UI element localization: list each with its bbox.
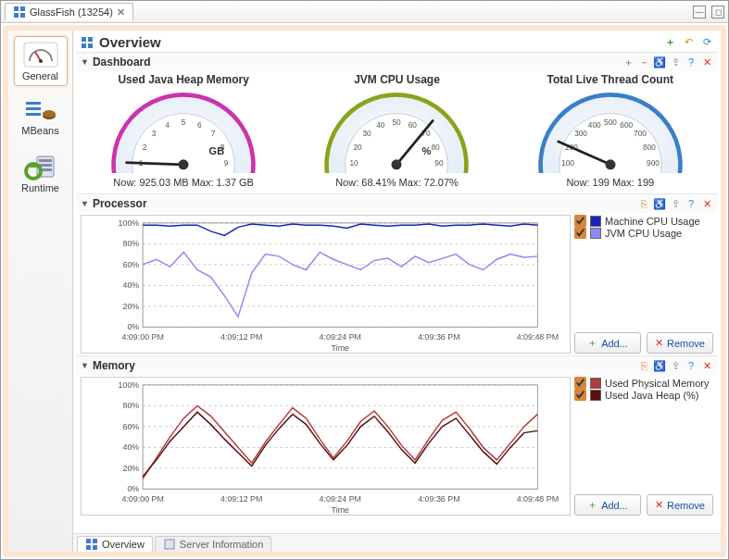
svg-text:0%: 0%	[127, 322, 139, 331]
svg-line-33	[126, 163, 184, 165]
remove-button[interactable]: ✕Remove	[647, 494, 713, 516]
tab-overview[interactable]: Overview	[77, 536, 153, 552]
close-icon[interactable]: ✕	[700, 359, 713, 372]
remove-button[interactable]: ✕Remove	[647, 332, 713, 354]
legend-checkbox[interactable]	[574, 215, 586, 227]
legend-label: Used Physical Memory	[605, 378, 709, 389]
collapse-icon[interactable]: ▼	[81, 199, 89, 208]
gauge-title: JVM CPU Usage	[295, 73, 498, 86]
svg-text:60%: 60%	[122, 422, 139, 431]
svg-text:40%: 40%	[122, 442, 139, 452]
svg-rect-0	[14, 6, 19, 11]
legend-checkbox[interactable]	[574, 227, 586, 239]
accessibility-icon[interactable]: ♿	[653, 359, 666, 372]
memory-header[interactable]: ▼Memory ⎘ ♿ ⇪ ? ✕	[77, 356, 717, 375]
memory-chart: 0%20%40%60%80%100%4:09:00 PM4:09:12 PM4:…	[81, 377, 571, 516]
svg-rect-3	[20, 13, 25, 18]
svg-text:GB: GB	[209, 145, 225, 156]
memory-legend: Used Physical MemoryUsed Java Heap (%) ＋…	[574, 377, 713, 516]
sidebar-item-mbeans[interactable]: MBeans	[14, 95, 68, 140]
copy-icon[interactable]: ⎘	[637, 359, 650, 372]
legend-item[interactable]: Machine CPU Usage	[574, 215, 713, 227]
add-icon[interactable]: ＋	[622, 56, 635, 68]
svg-text:4:09:12 PM: 4:09:12 PM	[220, 494, 262, 504]
legend-item[interactable]: JVM CPU Usage	[574, 227, 713, 239]
add-button[interactable]: ＋Add...	[574, 332, 641, 354]
reset-icon[interactable]: ↶	[682, 36, 695, 49]
svg-point-61	[605, 159, 615, 169]
maximize-button[interactable]: ◻	[711, 6, 724, 19]
gauge-card: Total Live Thread Count 0100200300400500…	[509, 73, 712, 188]
legend-checkbox[interactable]	[574, 389, 586, 401]
app-window: GlassFish (13254) ✕ — ◻ General	[0, 0, 729, 560]
legend-item[interactable]: Used Physical Memory	[574, 377, 713, 389]
add-button[interactable]: ＋Add...	[574, 494, 641, 516]
legend-checkbox[interactable]	[574, 377, 586, 389]
gauge-status: Now: 199 Max: 199	[509, 177, 712, 188]
legend-swatch	[590, 390, 601, 401]
accessibility-icon[interactable]: ♿	[653, 197, 666, 210]
tab-server-information[interactable]: Server Information	[155, 536, 271, 552]
content-frame: General MBeans Runtime	[3, 25, 726, 557]
svg-rect-100	[86, 539, 91, 543]
export-icon[interactable]: ⇪	[669, 197, 682, 210]
editor-tab-label: GlassFish (13254)	[30, 6, 113, 18]
svg-point-34	[179, 159, 189, 169]
help-icon[interactable]: ?	[685, 56, 698, 68]
accessibility-icon[interactable]: ♿	[653, 56, 666, 68]
overview-icon	[81, 36, 94, 49]
svg-text:Time: Time	[332, 343, 349, 353]
collapse-icon[interactable]: ▼	[81, 361, 89, 370]
copy-icon[interactable]: ⎘	[637, 197, 650, 210]
svg-text:700: 700	[634, 130, 647, 138]
memory-section: ▼Memory ⎘ ♿ ⇪ ? ✕ 0%20%40%60%80%100%4:09…	[77, 355, 717, 517]
sidebar-item-label: MBeans	[21, 125, 58, 136]
svg-text:900: 900	[647, 159, 660, 168]
gauge-title: Used Java Heap Memory	[82, 73, 285, 86]
processor-header[interactable]: ▼Processor ⎘ ♿ ⇪ ? ✕	[77, 194, 717, 213]
dashboard-section: ▼Dashboard ＋ － ♿ ⇪ ? ✕ Used Java Heap Me…	[77, 52, 717, 193]
svg-rect-102	[86, 545, 91, 550]
page-toolbar: ＋ ↶ ⟳	[663, 36, 713, 49]
minimize-button[interactable]: —	[693, 6, 706, 19]
overview-icon	[13, 6, 26, 19]
dashboard-header[interactable]: ▼Dashboard ＋ － ♿ ⇪ ? ✕	[77, 53, 717, 71]
gauge-title: Total Live Thread Count	[509, 73, 712, 86]
help-icon[interactable]: ?	[685, 359, 698, 372]
svg-rect-20	[88, 44, 93, 48]
export-icon[interactable]: ⇪	[669, 56, 682, 68]
svg-rect-99	[143, 385, 537, 489]
svg-text:40%: 40%	[122, 280, 139, 290]
close-icon[interactable]: ✕	[117, 6, 125, 19]
remove-icon[interactable]: －	[637, 56, 650, 68]
sidebar-item-runtime[interactable]: Runtime	[14, 149, 68, 197]
svg-text:600: 600	[620, 121, 633, 130]
svg-text:2: 2	[143, 143, 147, 152]
svg-rect-9	[26, 113, 41, 116]
legend-swatch	[590, 378, 601, 389]
svg-rect-19	[82, 44, 86, 48]
export-icon[interactable]: ⇪	[669, 359, 682, 372]
close-icon[interactable]: ✕	[700, 197, 713, 210]
collapse-icon[interactable]: ▼	[81, 57, 89, 67]
memory-body: 0%20%40%60%80%100%4:09:00 PM4:09:12 PM4:…	[77, 375, 717, 517]
help-icon[interactable]: ?	[685, 197, 698, 210]
svg-text:4:09:12 PM: 4:09:12 PM	[220, 332, 262, 342]
svg-text:4:09:48 PM: 4:09:48 PM	[517, 494, 559, 504]
legend-label: JVM CPU Usage	[605, 228, 682, 239]
close-icon[interactable]: ✕	[700, 56, 713, 68]
add-icon[interactable]: ＋	[663, 36, 676, 49]
svg-text:4:09:36 PM: 4:09:36 PM	[418, 332, 459, 342]
page-title: Overview	[81, 34, 161, 50]
editor-tab-glassfish[interactable]: GlassFish (13254) ✕	[5, 3, 133, 20]
svg-rect-7	[26, 102, 41, 105]
svg-text:4:09:48 PM: 4:09:48 PM	[517, 332, 559, 342]
svg-text:4:09:00 PM: 4:09:00 PM	[121, 332, 163, 342]
svg-text:40: 40	[377, 121, 386, 130]
legend-item[interactable]: Used Java Heap (%)	[574, 389, 713, 401]
svg-text:800: 800	[643, 143, 656, 152]
svg-point-6	[39, 59, 43, 63]
sidebar-item-general[interactable]: General	[14, 36, 68, 86]
refresh-icon[interactable]: ⟳	[700, 36, 713, 49]
svg-text:4:09:24 PM: 4:09:24 PM	[320, 494, 361, 504]
